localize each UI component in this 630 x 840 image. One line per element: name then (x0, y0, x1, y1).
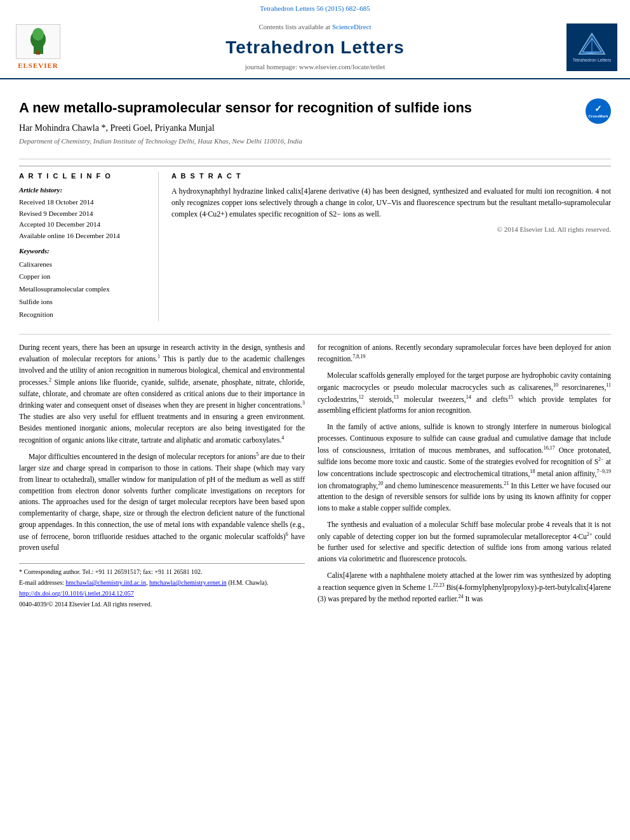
keyword-copper: Copper ion (19, 270, 149, 283)
email-link-1[interactable]: hmchawla@chemistry.iitd.ac.in (65, 579, 146, 586)
body-left-text: During recent years, there has been an u… (19, 342, 305, 554)
keyword-metallosupra: Metallosupramolecular complex (19, 283, 149, 296)
copyright-text: © 2014 Elsevier Ltd. All rights reserved… (171, 225, 611, 234)
revised-date: Revised 9 December 2014 (19, 208, 149, 220)
affiliation: Department of Chemistry, Indian Institut… (19, 137, 576, 146)
svg-point-2 (32, 28, 44, 41)
sciencedirect-link[interactable]: ScienceDirect (332, 23, 372, 30)
elsevier-logo-image (16, 24, 60, 59)
footnotes: * Corresponding author. Tel.: +91 11 265… (19, 563, 305, 609)
journal-reference: Tetrahedron Letters 56 (2015) 682–685 (0, 0, 630, 16)
body-right-para-1: for recognition of anions. Recently seco… (318, 342, 611, 365)
keywords-label: Keywords: (19, 246, 149, 256)
footnote-email: E-mail addresses: hmchawla@chemistry.iit… (19, 578, 305, 587)
main-content: During recent years, there has been an u… (19, 334, 611, 611)
received-date: Received 18 October 2014 (19, 197, 149, 208)
title-authors-block: A new metallo-supramolecular sensor for … (19, 98, 576, 152)
body-right-para-4: The synthesis and evaluation of a molecu… (318, 519, 611, 565)
body-para-2: Major difficulties encountered in the de… (19, 451, 305, 554)
tetrahedron-logo: Tetrahedron Letters (566, 23, 617, 71)
journal-title: Tetrahedron Letters (64, 35, 566, 60)
abstract-text: A hydroxynaphthyl hydrazine linked calix… (171, 185, 611, 220)
abstract-label: A B S T R A C T (171, 171, 611, 181)
tetrahedron-logo-label: Tetrahedron Letters (573, 57, 612, 63)
body-right-para-2: Molecular scaffolds generally employed f… (318, 370, 611, 417)
elsevier-logo: ELSEVIER (13, 24, 64, 70)
article-info-label: A R T I C L E I N F O (19, 171, 149, 181)
accepted-date: Accepted 10 December 2014 (19, 219, 149, 230)
svg-rect-3 (36, 51, 40, 55)
article-info-column: A R T I C L E I N F O Article history: R… (19, 171, 159, 321)
paper-title-section: A new metallo-supramolecular sensor for … (19, 89, 611, 159)
keyword-sulfide: Sulfide ions (19, 296, 149, 309)
email-link-2[interactable]: hmchawla@chemistry.ernet.in (149, 579, 227, 586)
keyword-calixarenes: Calixarenes (19, 258, 149, 271)
footnote-corresponding: * Corresponding author. Tel.: +91 11 265… (19, 568, 305, 577)
journal-header: ELSEVIER Contents lists available at Sci… (0, 16, 630, 79)
body-right-text: for recognition of anions. Recently seco… (318, 342, 611, 605)
journal-title-area: Contents lists available at ScienceDirec… (64, 22, 566, 72)
body-para-1: During recent years, there has been an u… (19, 342, 305, 446)
doi-line: http://dx.doi.org/10.1016/j.tetlet.2014.… (19, 589, 305, 598)
elsevier-label: ELSEVIER (18, 61, 58, 70)
article-history-dates: Received 18 October 2014 Revised 9 Decem… (19, 197, 149, 241)
contents-text: Contents lists available at (258, 23, 330, 30)
paper-title: A new metallo-supramolecular sensor for … (19, 98, 576, 118)
keywords-list: Calixarenes Copper ion Metallosupramolec… (19, 258, 149, 321)
abstract-column: A B S T R A C T A hydroxynaphthyl hydraz… (171, 171, 611, 321)
body-right-para-5: Calix[4]arene with a naphthalene moiety … (318, 570, 611, 605)
article-info-abstract: A R T I C L E I N F O Article history: R… (19, 166, 611, 321)
crossmark-icon: ✓ CrossMark (586, 98, 611, 124)
paper-body: A new metallo-supramolecular sensor for … (0, 79, 630, 623)
body-left-column: During recent years, there has been an u… (19, 342, 305, 611)
authors: Har Mohindra Chawla *, Preeti Goel, Priy… (19, 122, 576, 135)
keyword-recognition: Recognition (19, 309, 149, 321)
available-date: Available online 16 December 2014 (19, 230, 149, 242)
crossmark-badge: ✓ CrossMark (586, 98, 611, 124)
body-right-column: for recognition of anions. Recently seco… (318, 342, 611, 611)
doi-link[interactable]: http://dx.doi.org/10.1016/j.tetlet.2014.… (19, 590, 134, 597)
journal-ref-text: Tetrahedron Letters 56 (2015) 682–685 (260, 4, 370, 12)
journal-homepage: journal homepage: www.elsevier.com/locat… (64, 62, 566, 72)
body-right-para-3: In the family of active anions, sulfide … (318, 422, 611, 514)
issn-line: 0040-4039/© 2014 Elsevier Ltd. All right… (19, 600, 305, 609)
contents-line: Contents lists available at ScienceDirec… (64, 22, 566, 32)
homepage-text: journal homepage: www.elsevier.com/locat… (245, 63, 385, 70)
history-label: Article history: (19, 185, 149, 195)
crossmark-label: CrossMark (588, 114, 608, 119)
